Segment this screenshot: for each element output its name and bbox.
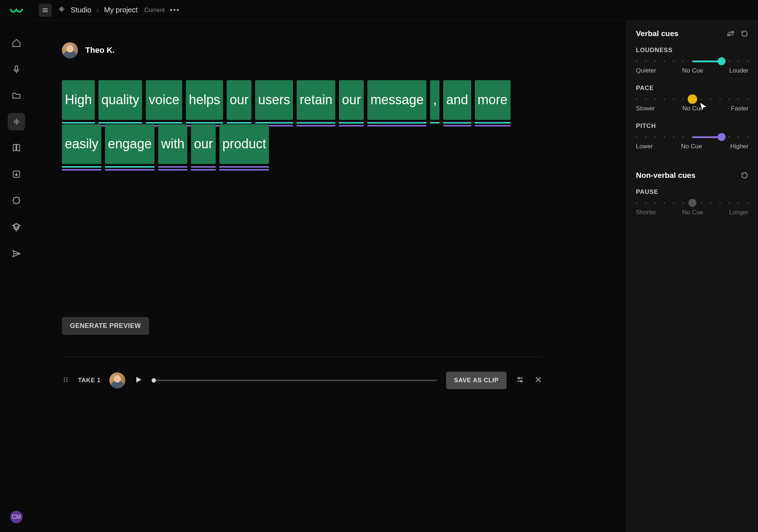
play-button[interactable] [134, 375, 143, 386]
mic-icon[interactable] [8, 60, 25, 78]
svg-point-10 [732, 31, 734, 34]
script-word[interactable]: High [62, 80, 95, 120]
pitch-label: PITCH [636, 122, 749, 130]
script-word[interactable]: and [443, 80, 471, 120]
loudness-mid-label: No Cue [682, 67, 703, 74]
playback-progress[interactable] [152, 380, 437, 381]
script-word[interactable]: our [227, 80, 251, 120]
take-bar: TAKE 1 SAVE AS CLIP [62, 357, 543, 389]
folder-icon[interactable] [8, 87, 25, 104]
drag-handle-icon[interactable] [62, 376, 69, 385]
left-icon-rail: CM [0, 0, 33, 532]
nonverbal-cues-section: Non-verbal cues PAUSE Shorter No Cue Lon… [626, 162, 758, 235]
svg-point-6 [64, 381, 65, 382]
pace-right-label: Faster [731, 105, 749, 112]
script-word[interactable]: easily [62, 124, 101, 164]
take-avatar[interactable] [109, 372, 125, 388]
loudness-right-label: Louder [729, 67, 749, 74]
book-icon[interactable] [8, 139, 25, 157]
main-editor: Theo K. Highqualityvoicehelpsourusersret… [33, 20, 626, 532]
pitch-left-label: Lower [636, 143, 653, 150]
verbal-cues-section: Verbal cues LOUDNESS Quieter No Cue Loud… [626, 20, 758, 162]
send-icon[interactable] [8, 245, 25, 262]
right-panel: Verbal cues LOUDNESS Quieter No Cue Loud… [626, 20, 758, 532]
settings-toggle-icon[interactable] [727, 30, 735, 38]
sliders-icon[interactable] [515, 375, 525, 386]
pace-mid-label: No Cue [683, 105, 704, 112]
loudness-thumb[interactable] [718, 57, 726, 65]
more-menu-icon[interactable]: ••• [170, 6, 180, 14]
script-text-area[interactable]: Highqualityvoicehelpsourusersretainourme… [62, 80, 528, 164]
loudness-left-label: Quieter [636, 67, 656, 74]
top-bar: Studio › My project Current ••• [33, 0, 758, 20]
script-word[interactable]: with [158, 124, 187, 164]
generate-preview-button[interactable]: GENERATE PREVIEW [62, 317, 149, 335]
user-avatar-badge[interactable]: CM [10, 511, 23, 523]
pitch-slider[interactable] [636, 136, 749, 138]
pace-label: PACE [636, 85, 749, 92]
script-word[interactable]: our [191, 124, 216, 164]
svg-point-4 [64, 379, 65, 380]
loudness-slider[interactable] [636, 60, 749, 63]
svg-point-8 [518, 377, 520, 379]
waveform-icon[interactable] [8, 113, 25, 130]
script-word[interactable]: product [219, 124, 269, 164]
pause-slider[interactable] [636, 202, 749, 204]
script-word[interactable]: helps [186, 80, 223, 120]
puzzle-icon[interactable] [8, 192, 25, 209]
speaker-avatar[interactable] [62, 42, 78, 58]
script-word[interactable]: voice [146, 80, 182, 120]
svg-point-9 [520, 380, 522, 382]
pace-slider[interactable] [636, 98, 749, 101]
nonverbal-cues-title: Non-verbal cues [636, 171, 695, 180]
app-logo [10, 7, 23, 16]
pause-mid-label: No Cue [682, 209, 703, 216]
script-word[interactable]: quality [98, 80, 142, 120]
pitch-thumb[interactable] [718, 133, 726, 141]
pitch-slider-group: PITCH Lower No Cue Higher [636, 122, 749, 150]
pause-left-label: Shorter [636, 209, 656, 216]
script-word[interactable]: engage [105, 124, 155, 164]
pause-label: PAUSE [636, 188, 749, 196]
breadcrumb-studio[interactable]: Studio [71, 6, 91, 14]
pause-slider-group: PAUSE Shorter No Cue Longer [636, 188, 749, 216]
svg-rect-0 [15, 66, 18, 70]
take-label: TAKE 1 [78, 377, 101, 384]
script-word[interactable]: our [339, 80, 364, 120]
script-word[interactable]: users [255, 80, 293, 120]
pause-right-label: Longer [729, 209, 749, 216]
breadcrumb-badge: Current [144, 7, 165, 14]
svg-point-2 [64, 377, 65, 378]
script-word[interactable]: , [430, 80, 439, 120]
breadcrumb: Studio › My project Current ••• [58, 5, 180, 15]
svg-point-5 [66, 379, 67, 380]
svg-point-3 [66, 377, 67, 378]
pitch-mid-label: No Cue [681, 143, 702, 150]
breadcrumb-project[interactable]: My project [104, 6, 137, 14]
chevron-right-icon: › [97, 6, 99, 14]
svg-point-11 [728, 34, 730, 36]
verbal-cues-title: Verbal cues [636, 29, 679, 38]
loudness-slider-group: LOUDNESS Quieter No Cue Louder [636, 47, 749, 74]
lightbulb-icon[interactable] [8, 219, 25, 236]
script-word[interactable]: retain [297, 80, 335, 120]
script-word[interactable]: message [367, 80, 426, 120]
reset-icon[interactable] [741, 30, 749, 38]
save-as-clip-button[interactable]: SAVE AS CLIP [446, 372, 507, 389]
reset-nonverbal-icon[interactable] [741, 171, 749, 179]
pace-thumb[interactable] [688, 94, 697, 104]
speaker-name: Theo K. [85, 46, 115, 55]
close-icon[interactable] [534, 375, 543, 386]
loudness-label: LOUDNESS [636, 47, 749, 54]
waveform-small-icon [58, 5, 66, 15]
speaker-row: Theo K. [62, 42, 597, 58]
script-word[interactable]: more [475, 80, 511, 120]
pitch-right-label: Higher [730, 143, 749, 150]
export-icon[interactable] [8, 165, 25, 183]
svg-point-7 [66, 381, 67, 382]
pace-slider-group: PACE Slower No Cue Faster [636, 85, 749, 112]
menu-toggle-button[interactable] [39, 4, 52, 17]
pace-left-label: Slower [636, 105, 655, 112]
home-icon[interactable] [8, 34, 25, 52]
pause-thumb[interactable] [688, 199, 696, 207]
